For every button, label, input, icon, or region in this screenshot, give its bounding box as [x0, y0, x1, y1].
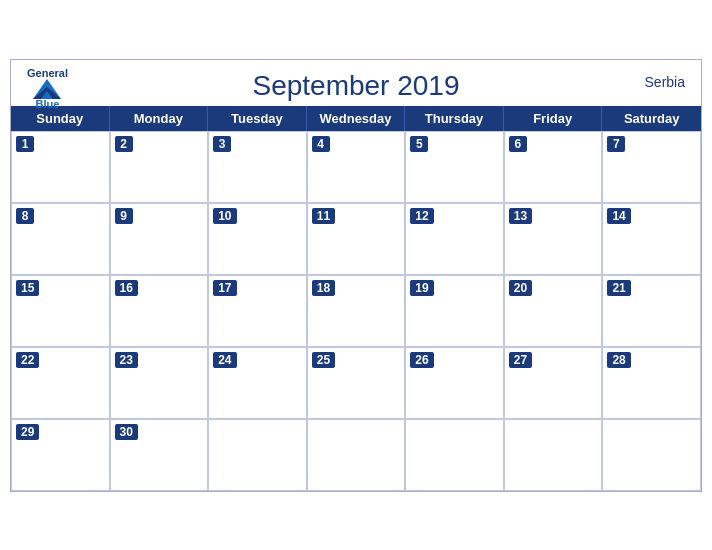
- day-number: 6: [509, 136, 527, 152]
- day-cell: [405, 419, 504, 491]
- day-cell: 7: [602, 131, 701, 203]
- day-cell: 18: [307, 275, 406, 347]
- day-cell: 15: [11, 275, 110, 347]
- day-number: 20: [509, 280, 532, 296]
- day-cell: 28: [602, 347, 701, 419]
- day-cell: 2: [110, 131, 209, 203]
- day-cell: 12: [405, 203, 504, 275]
- day-number: 5: [410, 136, 428, 152]
- header-thursday: Thursday: [405, 106, 504, 131]
- day-cell: 14: [602, 203, 701, 275]
- logo-area: General Blue: [27, 68, 68, 110]
- day-cell: 13: [504, 203, 603, 275]
- day-cell: [307, 419, 406, 491]
- day-number: 13: [509, 208, 532, 224]
- day-number: 9: [115, 208, 133, 224]
- day-number: 26: [410, 352, 433, 368]
- day-cell: 5: [405, 131, 504, 203]
- calendar-grid: 1234567891011121314151617181920212223242…: [11, 131, 701, 491]
- day-cell: 30: [110, 419, 209, 491]
- day-number: 10: [213, 208, 236, 224]
- day-cell: 20: [504, 275, 603, 347]
- day-cell: 29: [11, 419, 110, 491]
- day-number: 21: [607, 280, 630, 296]
- day-number: 14: [607, 208, 630, 224]
- day-cell: 22: [11, 347, 110, 419]
- header-saturday: Saturday: [602, 106, 701, 131]
- day-number: 8: [16, 208, 34, 224]
- day-cell: 23: [110, 347, 209, 419]
- day-number: 19: [410, 280, 433, 296]
- day-number: 28: [607, 352, 630, 368]
- day-number: 12: [410, 208, 433, 224]
- day-number: 23: [115, 352, 138, 368]
- month-title: September 2019: [252, 70, 459, 102]
- day-cell: 17: [208, 275, 307, 347]
- day-cell: 10: [208, 203, 307, 275]
- day-cell: [208, 419, 307, 491]
- day-cell: 25: [307, 347, 406, 419]
- day-cell: 19: [405, 275, 504, 347]
- day-number: 2: [115, 136, 133, 152]
- logo-icon: [33, 79, 61, 99]
- day-cell: 3: [208, 131, 307, 203]
- day-number: 29: [16, 424, 39, 440]
- logo-blue: Blue: [36, 99, 60, 110]
- country-label: Serbia: [645, 74, 685, 90]
- day-cell: [504, 419, 603, 491]
- calendar-header: General Blue September 2019 Serbia: [11, 60, 701, 106]
- day-number: 25: [312, 352, 335, 368]
- day-cell: 8: [11, 203, 110, 275]
- day-cell: 16: [110, 275, 209, 347]
- day-number: 16: [115, 280, 138, 296]
- day-cell: [602, 419, 701, 491]
- day-cell: 27: [504, 347, 603, 419]
- logo-general: General: [27, 68, 68, 79]
- day-cell: 21: [602, 275, 701, 347]
- day-number: 18: [312, 280, 335, 296]
- day-cell: 11: [307, 203, 406, 275]
- day-number: 7: [607, 136, 625, 152]
- day-number: 24: [213, 352, 236, 368]
- day-cell: 4: [307, 131, 406, 203]
- day-headers: Sunday Monday Tuesday Wednesday Thursday…: [11, 106, 701, 131]
- day-cell: 26: [405, 347, 504, 419]
- calendar: General Blue September 2019 Serbia Sunda…: [10, 59, 702, 492]
- day-number: 15: [16, 280, 39, 296]
- day-number: 22: [16, 352, 39, 368]
- day-number: 4: [312, 136, 330, 152]
- day-number: 1: [16, 136, 34, 152]
- day-cell: 1: [11, 131, 110, 203]
- header-monday: Monday: [110, 106, 209, 131]
- day-cell: 9: [110, 203, 209, 275]
- day-number: 30: [115, 424, 138, 440]
- day-number: 27: [509, 352, 532, 368]
- day-cell: 24: [208, 347, 307, 419]
- header-tuesday: Tuesday: [208, 106, 307, 131]
- day-cell: 6: [504, 131, 603, 203]
- day-number: 17: [213, 280, 236, 296]
- day-number: 3: [213, 136, 231, 152]
- day-number: 11: [312, 208, 335, 224]
- header-friday: Friday: [504, 106, 603, 131]
- header-wednesday: Wednesday: [307, 106, 406, 131]
